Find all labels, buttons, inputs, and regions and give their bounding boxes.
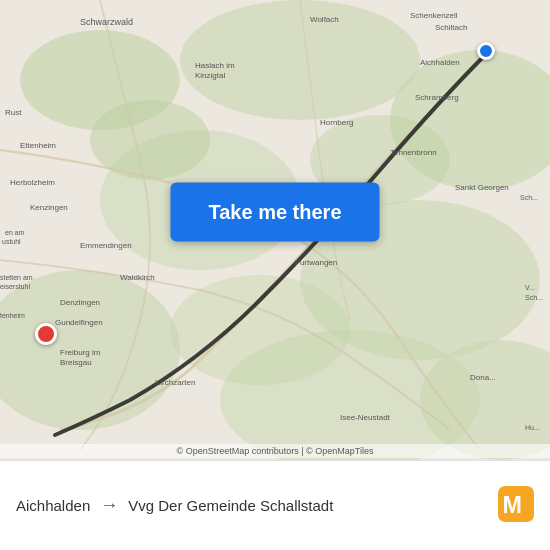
svg-text:Breisgau: Breisgau	[60, 358, 92, 367]
svg-text:Ettenheim: Ettenheim	[20, 141, 56, 150]
svg-text:Schenkenzell: Schenkenzell	[410, 11, 458, 20]
svg-text:Gundelfingen: Gundelfingen	[55, 318, 103, 327]
bottom-bar: Aichhalden → Vvg Der Gemeinde Schallstad…	[0, 460, 550, 550]
svg-text:Wolfach: Wolfach	[310, 15, 339, 24]
route-info: Aichhalden → Vvg Der Gemeinde Schallstad…	[16, 486, 534, 526]
svg-text:Denzlingen: Denzlingen	[60, 298, 100, 307]
origin-label: Aichhalden	[16, 497, 90, 514]
destination-marker	[477, 42, 495, 60]
origin-marker	[35, 323, 57, 345]
svg-text:Sch...: Sch...	[520, 194, 538, 201]
svg-text:Sch...: Sch...	[525, 294, 543, 301]
svg-text:eiserstuhl: eiserstuhl	[0, 283, 30, 290]
map-container: Schwarzwald Wolfach Schenkenzell Schilta…	[0, 0, 550, 460]
svg-text:Haslach im: Haslach im	[195, 61, 235, 70]
svg-text:Rust: Rust	[5, 108, 22, 117]
svg-text:Schramberg: Schramberg	[415, 93, 459, 102]
take-me-there-button[interactable]: Take me there	[170, 182, 379, 241]
svg-text:Hornberg: Hornberg	[320, 118, 353, 127]
svg-text:en am: en am	[5, 229, 25, 236]
svg-text:Herbolzheim: Herbolzheim	[10, 178, 55, 187]
svg-text:Isee-Neustadt: Isee-Neustadt	[340, 413, 391, 422]
moovit-logo: M	[498, 486, 534, 526]
svg-text:V...: V...	[525, 284, 535, 291]
svg-text:Hu...: Hu...	[525, 424, 540, 431]
svg-text:Furtwangen: Furtwangen	[295, 258, 337, 267]
svg-text:Schwarzwald: Schwarzwald	[80, 17, 133, 27]
svg-point-2	[180, 0, 420, 120]
svg-text:Aichhalden: Aichhalden	[420, 58, 460, 67]
moovit-logo-icon: M	[498, 486, 534, 522]
svg-point-11	[170, 275, 350, 385]
svg-text:Emmendingen: Emmendingen	[80, 241, 132, 250]
svg-text:Waldkirch: Waldkirch	[120, 273, 155, 282]
svg-text:Tennenbronn: Tennenbronn	[390, 148, 437, 157]
svg-text:Kirchzarten: Kirchzarten	[155, 378, 195, 387]
svg-text:Kinzigtal: Kinzigtal	[195, 71, 225, 80]
svg-text:tenheim: tenheim	[0, 312, 25, 319]
arrow-icon: →	[100, 495, 118, 516]
svg-text:Freiburg im: Freiburg im	[60, 348, 101, 357]
svg-text:Kenzingen: Kenzingen	[30, 203, 68, 212]
svg-text:stetten am: stetten am	[0, 274, 33, 281]
svg-text:ustuhl: ustuhl	[2, 238, 21, 245]
svg-text:Dona...: Dona...	[470, 373, 496, 382]
map-attribution: © OpenStreetMap contributors | © OpenMap…	[0, 444, 550, 458]
destination-label: Vvg Der Gemeinde Schallstadt	[128, 497, 333, 514]
svg-text:Schiltach: Schiltach	[435, 23, 467, 32]
svg-text:Sankt Georgen: Sankt Georgen	[455, 183, 509, 192]
svg-text:M: M	[503, 492, 523, 518]
